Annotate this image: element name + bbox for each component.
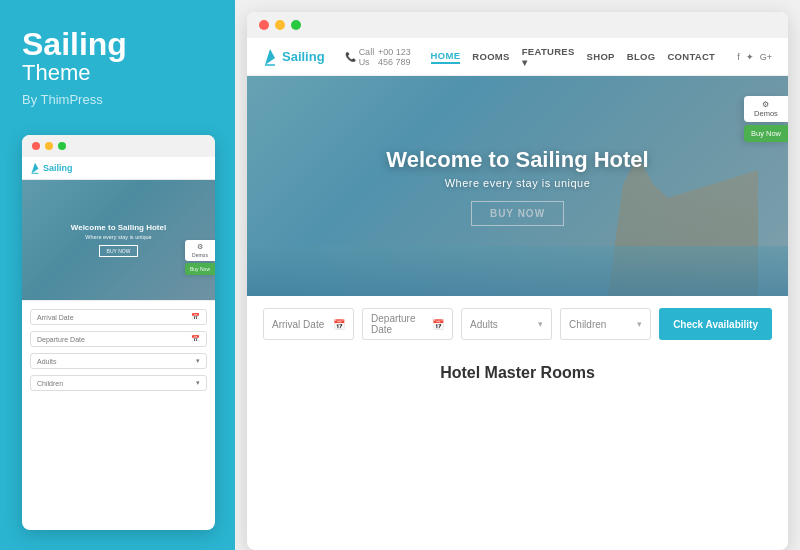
mini-departure-input[interactable]: Departure Date 📅: [30, 331, 207, 347]
main-gear-icon: ⚙: [762, 100, 769, 109]
mini-buy-label: Buy Now: [190, 266, 210, 272]
departure-calendar-icon: 📅: [432, 319, 444, 330]
mini-adults-label: Adults: [37, 358, 56, 365]
mini-children-label: Children: [37, 380, 63, 387]
mini-browser: Sailing Welcome to Sailing Hotel Where e…: [22, 135, 215, 530]
mini-booking-form: Arrival Date 📅 Departure Date 📅 Adults ▾…: [22, 300, 215, 399]
mini-buy-button[interactable]: Buy Now: [185, 263, 215, 275]
nav-link-rooms[interactable]: ROOMS: [472, 51, 509, 62]
left-panel: Sailing Theme By ThimPress Sailing: [0, 0, 235, 550]
main-content: Sailing 📞 Call Us +00 123 456 789 HOME R…: [247, 38, 788, 550]
right-panel: Sailing 📞 Call Us +00 123 456 789 HOME R…: [235, 0, 800, 550]
main-side-buttons: ⚙ Demos Buy Now: [744, 96, 788, 142]
hotel-rooms-section: Hotel Master Rooms: [247, 352, 788, 390]
main-buy-now-label: Buy Now: [751, 129, 781, 138]
main-browser-bar: [247, 12, 788, 38]
main-nav-phone: 📞 Call Us +00 123 456 789: [345, 47, 417, 67]
adults-select[interactable]: Adults ▾: [461, 308, 552, 340]
adults-chevron-icon: ▾: [538, 319, 543, 329]
mini-demos-button[interactable]: ⚙ Demos: [185, 240, 215, 261]
mini-hero-sub: Where every stay is unique: [71, 234, 166, 240]
main-demos-label: Demos: [754, 109, 778, 118]
svg-marker-2: [265, 49, 275, 65]
mini-logo: Sailing: [30, 162, 73, 174]
booking-bar: Arrival Date 📅 Departure Date 📅 Adults ▾…: [247, 296, 788, 352]
mini-adults-chevron: ▾: [196, 357, 200, 365]
dot-red: [32, 142, 40, 150]
nav-link-home[interactable]: HOME: [431, 50, 461, 64]
main-dot-red: [259, 20, 269, 30]
main-dot-green: [291, 20, 301, 30]
googleplus-icon[interactable]: G+: [760, 52, 772, 62]
main-side-area: ⚙ Demos Buy Now Welcome to Sailin: [247, 76, 788, 550]
main-nav: Sailing 📞 Call Us +00 123 456 789 HOME R…: [247, 38, 788, 76]
main-logo-text: Sailing: [282, 49, 325, 64]
arrival-date-input[interactable]: Arrival Date 📅: [263, 308, 354, 340]
main-nav-logo: Sailing: [263, 48, 325, 66]
nav-link-features[interactable]: FEATURES ▾: [522, 46, 575, 68]
departure-date-input[interactable]: Departure Date 📅: [362, 308, 453, 340]
mini-content: Sailing Welcome to Sailing Hotel Where e…: [22, 157, 215, 530]
nav-social: f ✦ G+: [737, 52, 772, 62]
mini-departure-label: Departure Date: [37, 336, 85, 343]
adults-label: Adults: [470, 319, 498, 330]
departure-label: Departure Date: [371, 313, 432, 335]
main-dot-yellow: [275, 20, 285, 30]
check-availability-button[interactable]: Check Availability: [659, 308, 772, 340]
gear-icon: ⚙: [197, 243, 203, 251]
mini-children-chevron: ▾: [196, 379, 200, 387]
mini-logo-text: Sailing: [43, 163, 73, 173]
mini-adults-select[interactable]: Adults ▾: [30, 353, 207, 369]
children-label: Children: [569, 319, 606, 330]
brand-sub: Theme: [22, 60, 215, 86]
nav-link-blog[interactable]: BLOG: [627, 51, 656, 62]
mini-hero-text: Welcome to Sailing Hotel Where every sta…: [71, 223, 166, 240]
mini-arrival-input[interactable]: Arrival Date 📅: [30, 309, 207, 325]
phone-icon: 📞: [345, 52, 356, 62]
main-hero-text: Welcome to Sailing Hotel Where every sta…: [386, 147, 648, 189]
mini-side-buttons: ⚙ Demos Buy Now: [185, 240, 215, 275]
brand-by: By ThimPress: [22, 92, 215, 107]
dot-green: [58, 142, 66, 150]
mini-cal-icon-departure: 📅: [191, 335, 200, 343]
main-demos-button[interactable]: ⚙ Demos: [744, 96, 788, 122]
mini-browser-bar: [22, 135, 215, 157]
brand-title: Sailing: [22, 28, 215, 60]
facebook-icon[interactable]: f: [737, 52, 740, 62]
main-nav-links: HOME ROOMS FEATURES ▾ SHOP BLOG CONTACT …: [431, 46, 772, 68]
nav-link-shop[interactable]: SHOP: [587, 51, 615, 62]
mini-hero: Welcome to Sailing Hotel Where every sta…: [22, 180, 215, 300]
main-hero-sub: Where every stay is unique: [386, 177, 648, 189]
mini-nav: Sailing: [22, 157, 215, 180]
dot-yellow: [45, 142, 53, 150]
main-hero: Welcome to Sailing Hotel Where every sta…: [247, 76, 788, 296]
mini-hero-title: Welcome to Sailing Hotel: [71, 223, 166, 232]
svg-marker-0: [32, 163, 39, 173]
mini-buy-now-button[interactable]: BUY NOW: [99, 245, 139, 257]
mini-cal-icon-arrival: 📅: [191, 313, 200, 321]
phone-number: +00 123 456 789: [378, 47, 417, 67]
arrival-calendar-icon: 📅: [333, 319, 345, 330]
mini-children-select[interactable]: Children ▾: [30, 375, 207, 391]
nav-link-contact[interactable]: CONTACT: [667, 51, 715, 62]
main-hero-title: Welcome to Sailing Hotel: [386, 147, 648, 173]
arrival-label: Arrival Date: [272, 319, 324, 330]
main-buy-now-side-button[interactable]: Buy Now: [744, 125, 788, 142]
children-select[interactable]: Children ▾: [560, 308, 651, 340]
phone-label: Call Us: [359, 47, 375, 67]
hotel-rooms-title: Hotel Master Rooms: [263, 364, 772, 382]
mini-arrival-label: Arrival Date: [37, 314, 74, 321]
twitter-icon[interactable]: ✦: [746, 52, 754, 62]
mini-demos-label: Demos: [192, 252, 208, 258]
children-chevron-icon: ▾: [637, 319, 642, 329]
main-browser: Sailing 📞 Call Us +00 123 456 789 HOME R…: [247, 12, 788, 550]
